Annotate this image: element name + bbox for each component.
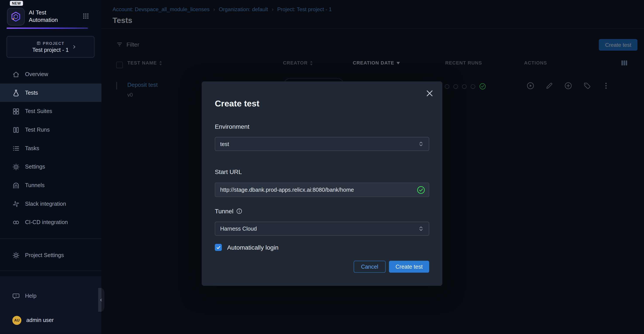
project-selector[interactable]: PROJECT Test project - 1 [6, 36, 94, 58]
auto-login-row: Automatically login [215, 244, 278, 251]
grid-icon [12, 108, 20, 115]
close-icon[interactable] [425, 89, 434, 98]
user-menu[interactable]: AU admin user [0, 311, 102, 329]
sidebar-item-test-runs[interactable]: Test Runs [0, 120, 102, 139]
modal-create-test-button[interactable]: Create test [389, 261, 429, 273]
sidebar-item-label: Overview [25, 71, 48, 77]
tunnel-value: Harness Cloud [220, 226, 257, 232]
modal-title: Create test [215, 99, 259, 109]
sidebar-item-tasks[interactable]: Tasks [0, 139, 102, 157]
tunnel-select[interactable]: Harness Cloud [215, 222, 429, 236]
sidebar-item-overview[interactable]: Overview [0, 65, 102, 84]
new-badge: NEW [10, 1, 23, 6]
chevron-up-down-icon [418, 226, 424, 232]
auto-login-label: Automatically login [227, 244, 278, 251]
tunnel-label: Tunnel [215, 208, 242, 215]
flask-icon [12, 89, 20, 96]
sidebar-item-label: Slack integration [25, 201, 66, 207]
sidebar-item-tests[interactable]: Tests [0, 84, 102, 102]
sidebar-item-label: Tests [25, 90, 38, 96]
sidebar-item-label: Test Runs [25, 126, 50, 133]
start-url-input[interactable] [215, 187, 417, 193]
cancel-button[interactable]: Cancel [354, 261, 386, 273]
help-icon: ? [12, 292, 20, 300]
sidebar-item-label: Tunnels [25, 182, 44, 188]
apps-grid-icon[interactable] [82, 13, 89, 19]
sidebar-nav: Overview Tests Test Suites Test Runs Tas… [0, 65, 102, 232]
sidebar-item-slack-integration[interactable]: Slack integration [0, 195, 102, 213]
app-title: AI Test Automation [29, 9, 58, 24]
brand-underline [6, 28, 88, 29]
sidebar-item-tunnels[interactable]: Tunnels [0, 176, 102, 195]
slack-icon [12, 200, 20, 208]
environment-label: Environment [215, 123, 249, 130]
chevron-up-down-icon [418, 141, 424, 147]
gear-icon [12, 251, 20, 259]
app-title-line2: Automation [29, 16, 58, 23]
sidebar: NEW AI Test Automation [0, 0, 102, 334]
user-name: admin user [26, 317, 54, 323]
project-label: PROJECT [43, 41, 64, 46]
avatar: AU [12, 316, 21, 324]
url-valid-check-icon [417, 186, 425, 194]
start-url-field [215, 183, 429, 197]
sidebar-item-label: Test Suites [25, 108, 52, 114]
app-root: NEW AI Test Automation [0, 0, 644, 334]
modal-buttons: Cancel Create test [354, 261, 429, 273]
sidebar-item-project-settings[interactable]: Project Settings [0, 246, 102, 264]
project-name: Test project - 1 [32, 47, 69, 53]
tunnel-icon [12, 182, 20, 189]
sidebar-item-label: CI-CD integration [25, 219, 68, 225]
sidebar-item-cicd-integration[interactable]: CI-CD integration [0, 213, 102, 232]
list-icon [12, 144, 20, 152]
environment-value: test [220, 141, 229, 147]
gear-icon [12, 163, 20, 171]
sidebar-item-label: Project Settings [25, 252, 64, 258]
project-icon [37, 41, 41, 45]
sidebar-divider [0, 271, 102, 271]
app-logo [7, 8, 25, 26]
auto-login-checkbox[interactable] [215, 244, 222, 251]
sidebar-bottom: ? Help AU admin user [0, 276, 102, 334]
create-test-modal: Create test Environment test Start URL T… [202, 82, 442, 286]
start-url-label: Start URL [215, 168, 242, 175]
tunnel-label-text: Tunnel [215, 208, 233, 215]
info-icon[interactable] [236, 208, 242, 214]
svg-text:?: ? [15, 294, 17, 297]
columns-icon [12, 126, 20, 133]
home-icon [12, 71, 20, 78]
sidebar-item-label: Tasks [25, 145, 39, 151]
environment-select[interactable]: test [215, 137, 429, 151]
sidebar-item-label: Settings [25, 164, 45, 170]
sidebar-item-label: Help [25, 293, 36, 299]
sidebar-item-test-suites[interactable]: Test Suites [0, 102, 102, 121]
hexagon-logo-icon [10, 11, 22, 22]
sidebar-item-help[interactable]: ? Help [0, 287, 102, 305]
project-selector-header: PROJECT [37, 41, 64, 46]
chevron-right-icon [72, 44, 77, 49]
sidebar-item-settings[interactable]: Settings [0, 157, 102, 176]
link-icon [12, 219, 20, 226]
sidebar-divider [0, 238, 102, 239]
app-title-line1: AI Test [29, 9, 58, 16]
